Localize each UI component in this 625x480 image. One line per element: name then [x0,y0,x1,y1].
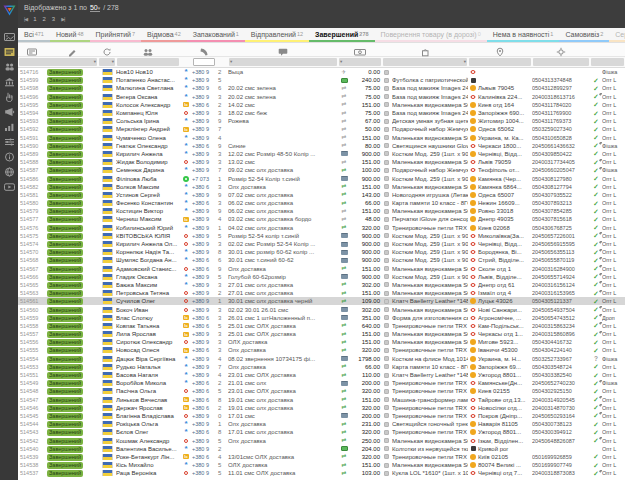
tab-10[interactable]: Самовивіз2 [559,28,609,42]
table-row[interactable]: 514542ЗавершенийКошмак Александр+380 95О… [18,436,625,444]
page-size-dropdown[interactable]: 50▾ [90,4,100,12]
table-row[interactable]: 514575ЗавершенийКВІТОВСЬКА ЮЛІЯ+380 95Ро… [18,232,625,240]
table-row[interactable]: 514546ЗавершенийДержач Ярославlc+380 621… [18,404,625,412]
order-total: 66.00 [350,363,382,371]
orders-table[interactable]: 514716ЗавершенийНов10 Нов10*+380 92Выца✈… [18,68,625,480]
page-number-2[interactable]: 2 [43,15,46,24]
table-row[interactable]: 514594ЗавершенийКомпанец Юля+380 9318.02… [18,109,625,117]
tab-11[interactable]: Сервіси0 [609,28,625,42]
table-row[interactable]: 514557ЗавершенийЛила Ярославlc+380 9325.… [18,330,625,338]
tab-5[interactable]: Запакований1 [187,28,245,42]
tab-6[interactable]: Відправлений12 [245,28,309,42]
table-row[interactable]: 514588ЗавершенийЖидак Володимир+380 9313… [18,158,625,166]
table-row[interactable]: 514558ЗавершенийКовпак Татьянаlc+380 652… [18,322,625,330]
table-row[interactable]: 514574ЗавершенийКирилич Анжела Ол...+380… [18,240,625,248]
table-row[interactable]: 514589ЗавершенийКирилич Анжела*+380 9312… [18,150,625,158]
column-filter-input[interactable]: ▾ [99,58,115,66]
table-row[interactable]: 514568ЗавершенийШумляс Богдана Ан...*+38… [18,256,625,264]
tab-1[interactable]: Всі471 [18,28,50,42]
table-row[interactable]: 514563ЗавершенийПетровська Тетяна+380 92… [18,289,625,297]
delivery-cell [468,388,478,394]
table-row[interactable]: 514577ЗавершенийЧерниш Максимlc+380 9403… [18,215,625,223]
client-phone: +380 6 [192,199,216,207]
nova-poshta-icon [470,70,476,74]
table-row[interactable]: 514598ЗавершенийМалютина Светлана*+380 9… [18,84,625,92]
product-count-cell [382,291,392,296]
table-row[interactable]: 514556ЗавершенийСиротюк Олександр+380 93… [18,338,625,346]
table-row[interactable]: 514540ЗавершенийВалентина Василье...*+38… [18,445,625,453]
table-row[interactable]: 514553ЗавершенийРудько Наталья*+380 97Ол… [18,363,625,371]
messages-count: 5 [216,232,228,240]
tab-4[interactable]: Відмова42 [141,28,187,42]
table-row[interactable]: 514545ЗавершенийБлагінна Владіслава+380 … [18,412,625,420]
table-row[interactable]: 514595ЗавершенийКолосок Александрlc+380 … [18,101,625,109]
table-row[interactable]: 514580ЗавершенийФесенко Константин*+380 … [18,199,625,207]
table-row[interactable]: 514547ЗавершенийЛиньков Вячеславlc+380 6… [18,396,625,404]
column-filter-input[interactable] [117,58,179,66]
product-name: Клатч Baellerry Leather *1487* (1... [392,297,468,305]
tab-2[interactable]: Новий48 [50,28,90,42]
table-row[interactable]: 514561ЗавершенийСучилов Олег+380 9130.01… [18,297,625,305]
app-logo-icon[interactable] [3,2,16,20]
tab-9[interactable]: Нема в наявності1 [487,28,560,42]
table-row[interactable]: 514539ЗавершенийРоке-Бетанкурт Лін...lc+… [18,453,625,461]
table-row[interactable]: 514716ЗавершенийНов10 Нов10*+380 92Выца✈… [18,68,625,76]
table-row[interactable]: 514596ЗавершенийВегера Оксана*+380 9320.… [18,93,625,101]
table-row[interactable]: 514587ЗавершенийСеменюк Дарина*+380 9709… [18,166,625,174]
nova-poshta-icon [470,160,476,164]
table-row[interactable]: 514548ЗавершенийПасічна Ольга+380 6523.0… [18,387,625,395]
table-row[interactable]: 514543ЗавершенийБєлов Олег*+380 6817.01 … [18,428,625,436]
table-row[interactable]: 514549ЗавершенийВоробйов Микола*+380 622… [18,379,625,387]
client-name: Чумаченко Олена [116,134,180,142]
column-filter-input[interactable]: ▾ [19,58,97,66]
table-row[interactable]: 514570ЗавершенийКорнелюк Надія Та...*+38… [18,248,625,256]
table-row[interactable]: 514582ЗавершенийВолков Максим*+380 63Олх… [18,183,625,191]
order-comment: 12.02 смс Розмір 48-50 Колір ... [228,150,338,158]
page-number-1[interactable]: 1 [33,15,36,24]
table-row[interactable]: 514590ЗавершенийГнатюк Олександр*+380 69… [18,142,625,150]
column-filter-input[interactable]: ▾ [339,58,381,66]
confirmed-edited-check-icon: ✓ [593,396,598,403]
table-row[interactable]: 514544ЗавершенийРокіцька Ольга*+380 91Ол… [18,420,625,428]
table-row[interactable]: 514592ЗавершенийМерклінгер Андрейlc+380 … [18,125,625,133]
table-row[interactable]: 514559ЗавершенийВлас Слотюуlc+380 6326.0… [18,314,625,322]
table-row[interactable]: 514566ЗавершенийГладик Оксана*+380 95Гол… [18,273,625,281]
payment-cell [338,356,350,361]
table-row[interactable]: 514551ЗавершенийБасова Наталя*+380 9423.… [18,371,625,379]
table-row[interactable]: 514586ЗавершенийФіліпова Люба+7 0731Розм… [18,174,625,182]
table-row[interactable]: 514554ЗавершенийДацюк Віра Сергіївна*+38… [18,355,625,363]
client-name: Баюка Максим [116,281,180,289]
table-row[interactable]: 514599ЗавершенийПотапенко Анастас...*+38… [18,76,625,84]
delivery-city: Агрономічне, ... [478,314,532,322]
column-filter-input[interactable] [193,58,215,66]
status-badge: Завершений [47,307,83,314]
table-row[interactable]: 514560ЗавершенийБокоч Иван+380 9302.02 3… [18,305,625,313]
column-filter-input[interactable]: ▾ [229,58,337,66]
ukraine-flag-icon [103,241,112,247]
confirmed-edited-check-icon: ✓ [593,241,598,248]
page-number-3[interactable]: 3 [52,15,55,24]
table-row[interactable]: 514576ЗавершенийКобилинський Юрий*+380 9… [18,224,625,232]
status-badge: Завершений [47,298,83,305]
table-row[interactable]: 514537ЗавершенийРаца Вероніка+380 9511.0… [18,469,625,477]
table-row[interactable]: 514581ЗавершенийУстинов Сергей*+380 9907… [18,191,625,199]
table-row[interactable]: 514591ЗавершенийЧумаченко Олена*+380 94⇄… [18,134,625,142]
column-filter-input[interactable] [469,58,531,66]
confirmed-check-icon: ✓ [593,421,598,428]
skip-end-icon[interactable]: ▶| [61,15,64,24]
column-filter-input[interactable]: ▾ [383,58,467,66]
sidebar-item-video[interactable] [0,179,18,194]
tab-8[interactable]: Повернення товару (в дорозі)0 [375,28,487,42]
tab-3[interactable]: Прийнятий7 [90,28,142,42]
column-filter-input[interactable] [591,58,624,66]
column-filter-input[interactable] [533,58,589,66]
skip-start-icon[interactable]: |◀ [24,15,27,24]
manager-label: Опт L [602,273,625,281]
table-row[interactable]: 514538ЗавершенийКісь Михайло*+380 95ОЛХ … [18,461,625,469]
table-row[interactable]: 514555ЗавершенийНовосад Олесяlc+380 63Ол… [18,346,625,354]
table-row[interactable]: 514565ЗавершенийБаюка Максим*+380 9327.0… [18,281,625,289]
table-row[interactable]: 514579ЗавершенийКостицин Виктор*+380 990… [18,207,625,215]
tab-7[interactable]: Завершений278 [309,28,374,42]
table-row[interactable]: 514593ЗавершенийСольська Ірина*+380 99Ро… [18,117,625,125]
table-row[interactable]: 514567ЗавершенийАдамовский Станис...+380… [18,265,625,273]
